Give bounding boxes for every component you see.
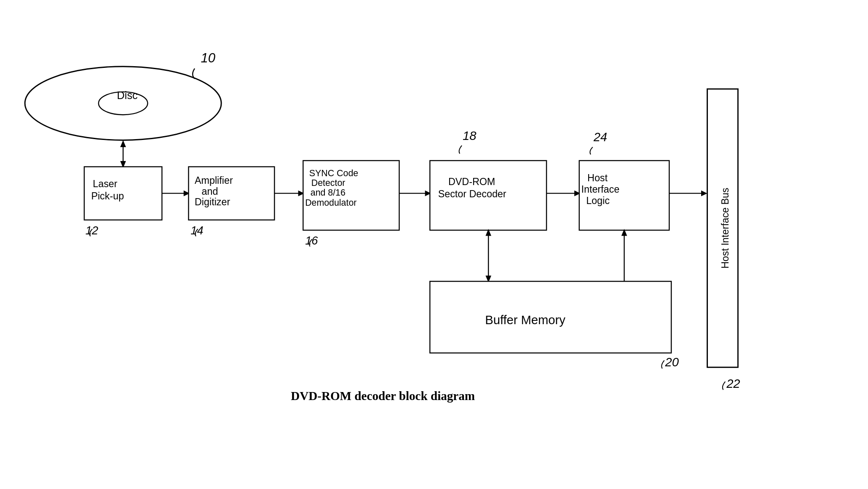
svg-text:Interface: Interface bbox=[581, 184, 620, 195]
ref-18: 18 bbox=[463, 129, 477, 142]
svg-text:Logic: Logic bbox=[586, 195, 610, 206]
svg-marker-3 bbox=[120, 140, 126, 147]
svg-text:DVD-ROM: DVD-ROM bbox=[448, 176, 495, 187]
ref-12: 12 bbox=[86, 224, 98, 237]
svg-text:Digitizer: Digitizer bbox=[195, 196, 230, 207]
svg-text:and 8/16: and 8/16 bbox=[311, 188, 346, 198]
svg-text:Host Interface Bus: Host Interface Bus bbox=[720, 188, 731, 269]
ref-22: 22 bbox=[726, 377, 740, 390]
svg-text:and: and bbox=[202, 186, 218, 197]
ref-16: 16 bbox=[305, 234, 318, 247]
svg-text:Sector Decoder: Sector Decoder bbox=[438, 188, 506, 199]
diagram-container: Disc 10 Laser Pick-up 12 Amplifier and D… bbox=[13, 13, 855, 476]
svg-text:Pick-up: Pick-up bbox=[91, 191, 124, 202]
svg-point-0 bbox=[25, 67, 221, 140]
svg-text:SYNC Code: SYNC Code bbox=[309, 168, 358, 178]
ref-24: 24 bbox=[593, 130, 607, 144]
ref-20: 20 bbox=[665, 355, 679, 369]
svg-text:Amplifier: Amplifier bbox=[195, 175, 233, 186]
svg-text:Laser: Laser bbox=[93, 178, 118, 189]
svg-text:Buffer Memory: Buffer Memory bbox=[485, 313, 565, 327]
svg-text:Detector: Detector bbox=[311, 178, 346, 188]
svg-text:Demodulator: Demodulator bbox=[305, 198, 356, 208]
disc-label: Disc bbox=[117, 89, 138, 101]
diagram-caption: DVD-ROM decoder block diagram bbox=[291, 389, 475, 403]
svg-marker-34 bbox=[701, 191, 707, 196]
svg-text:Host: Host bbox=[587, 172, 608, 183]
ref-10: 10 bbox=[201, 51, 216, 65]
